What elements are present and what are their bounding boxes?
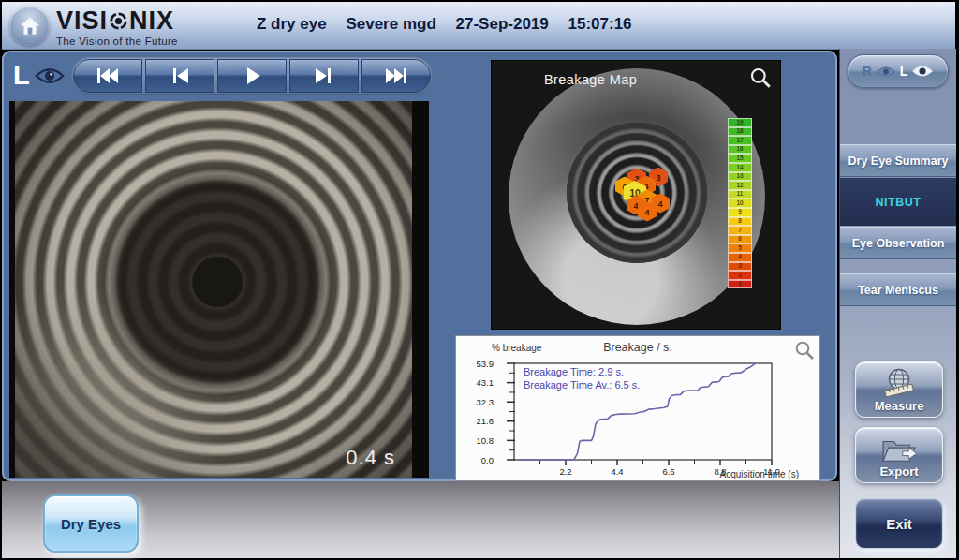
measure-button[interactable]: Measure: [855, 361, 943, 418]
scale-cell: 12: [728, 181, 752, 190]
svg-text:6.6: 6.6: [662, 466, 674, 477]
bottom-bar: Dry Eyes: [2, 481, 839, 558]
brand-logo: VISI NIX The Vision of the Future: [56, 7, 178, 47]
brand-tagline: The Vision of the Future: [56, 36, 178, 47]
eye-side-indicator: L: [13, 60, 66, 91]
scale-cell: 8: [728, 217, 752, 227]
eye-side-label: L: [13, 60, 30, 91]
eye-observation-label: Eye Observation: [852, 237, 945, 250]
tab-nitbut-active[interactable]: NITBUT: [840, 178, 956, 226]
brand-text-right: NIX: [129, 7, 174, 36]
scale-cell: 16: [728, 145, 752, 155]
header-bar: VISI NIX The Vision of the Future Z dry …: [2, 2, 955, 50]
annotation-breakage-time: Breakage Time: 2.9 s.: [524, 365, 640, 378]
scale-cell: 14: [728, 163, 752, 172]
breakage-chart-panel: 0.010.821.632.343.153.92.24.46.68.811.0 …: [455, 335, 820, 481]
scale-cell: 15: [728, 154, 752, 163]
exam-title: Z dry eye Severe mgd 27-Sep-2019 15:07:1…: [257, 15, 647, 34]
svg-text:53.9: 53.9: [477, 359, 494, 369]
tear-meniscus-button[interactable]: Tear Meniscus: [840, 273, 956, 306]
nitbut-label: NITBUT: [876, 196, 922, 209]
skip-last-button[interactable]: [361, 59, 431, 93]
exam-time: 15:07:16: [568, 15, 631, 33]
exit-button[interactable]: Exit: [855, 498, 943, 549]
scale-cell: 7: [728, 226, 752, 235]
home-icon: [18, 14, 42, 38]
skip-first-button[interactable]: [73, 59, 142, 93]
toggle-left-label: L: [900, 64, 908, 79]
dry-eye-summary-label: Dry Eye Summary: [848, 155, 948, 168]
home-button[interactable]: [9, 6, 50, 46]
dry-eyes-label: Dry Eyes: [61, 516, 121, 532]
skip-last-icon: [384, 66, 408, 85]
skip-first-icon: [96, 66, 120, 85]
eye-observation-button[interactable]: Eye Observation: [840, 227, 956, 259]
scale-cell: 10: [728, 199, 752, 208]
svg-text:43.1: 43.1: [477, 377, 494, 388]
right-eye-icon: [876, 66, 896, 78]
export-label: Export: [879, 464, 918, 479]
left-eye-icon: [911, 65, 934, 78]
annotation-breakage-time-avg: Breakage Time Av.: 6.5 s.: [524, 378, 640, 391]
play-icon: [240, 66, 264, 85]
scale-cell: 2: [728, 271, 752, 280]
breakage-map-title: Breakage Map: [544, 72, 637, 87]
frame-timestamp: 0.4 s: [346, 446, 395, 470]
map-magnifier-icon[interactable]: [748, 66, 773, 90]
svg-text:21.6: 21.6: [477, 416, 494, 426]
svg-text:32.3: 32.3: [477, 397, 494, 407]
chart-annotations: Breakage Time: 2.9 s. Breakage Time Av.:…: [524, 365, 640, 391]
scale-cell: 9: [728, 208, 752, 217]
brand-text-left: VISI: [56, 7, 108, 36]
chart-title: Breakage / s.: [456, 341, 819, 354]
tear-meniscus-label: Tear Meniscus: [858, 284, 938, 297]
playback-controls: [71, 57, 433, 95]
scale-cell: 6: [728, 235, 752, 244]
svg-text:4.4: 4.4: [611, 466, 623, 477]
exam-date: 27-Sep-2019: [456, 15, 549, 33]
scale-cell: 5: [728, 243, 752, 253]
dry-eye-summary-button[interactable]: Dry Eye Summary: [840, 144, 956, 177]
export-icon: [878, 435, 921, 464]
dry-eyes-button[interactable]: Dry Eyes: [43, 494, 139, 553]
svg-text:0.0: 0.0: [481, 455, 494, 465]
chart-magnifier-icon[interactable]: [793, 339, 816, 361]
photo-vignette: [9, 101, 429, 478]
exit-label: Exit: [886, 516, 912, 532]
scale-cell: 13: [728, 172, 752, 182]
exam-name: Z dry eye: [257, 15, 327, 33]
svg-text:2.2: 2.2: [559, 466, 571, 477]
scale-cell: 18: [728, 127, 752, 137]
step-forward-icon: [312, 66, 336, 85]
step-forward-button[interactable]: [289, 59, 359, 93]
exam-condition: Severe mgd: [346, 15, 435, 33]
export-button[interactable]: Export: [855, 427, 943, 483]
breakage-chart-plot: 0.010.821.632.343.153.92.24.46.68.811.0: [456, 336, 819, 480]
eye-select-toggle[interactable]: R L: [848, 54, 949, 88]
toggle-right-label: R: [863, 64, 872, 79]
scale-cell: 4: [728, 253, 752, 262]
play-button[interactable]: [217, 59, 287, 93]
scale-cell: 17: [728, 136, 752, 145]
measure-icon: [878, 367, 920, 399]
main-panel: L 0.4 s Breakage Map 1918171615141312111…: [2, 51, 837, 481]
scale-cell: 1: [728, 280, 752, 289]
visionix-dry-eye-screen: VISI NIX The Vision of the Future Z dry …: [0, 0, 959, 560]
sidebar: R L Dry Eye Summary NITBUT Eye Observati…: [839, 49, 956, 558]
svg-text:10.8: 10.8: [477, 435, 494, 446]
scale-cell: 19: [728, 118, 752, 127]
breakage-map-panel: Breakage Map 191817161514131211109876543…: [491, 60, 781, 330]
eye-video-frame: 0.4 s: [9, 101, 429, 478]
step-back-button[interactable]: [145, 59, 214, 93]
measure-label: Measure: [875, 399, 924, 413]
scale-cell: 3: [728, 262, 752, 272]
eye-icon: [34, 66, 66, 86]
brand-eye-icon: [109, 11, 128, 31]
scale-cell: 11: [728, 190, 752, 199]
step-back-icon: [168, 66, 192, 85]
chart-x-axis-label: Acquisition time (s): [720, 469, 799, 479]
breakage-color-scale: 19181716151413121110987654321: [728, 118, 752, 288]
